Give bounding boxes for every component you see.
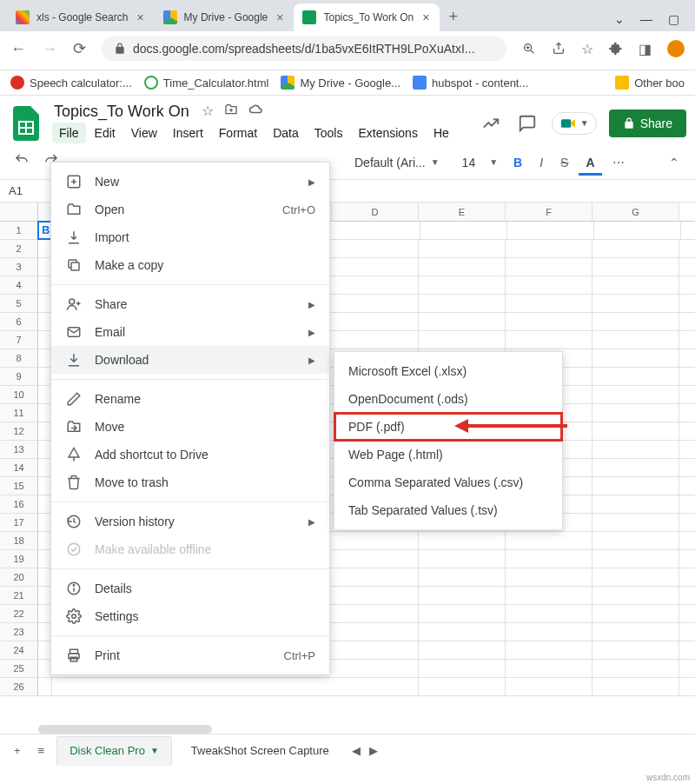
cell[interactable] [420,222,507,239]
row-header[interactable]: 16 [0,495,38,513]
zoom-icon[interactable] [522,42,536,56]
cell[interactable] [419,568,506,586]
more-button[interactable]: ⋯ [606,152,632,173]
cell[interactable] [592,386,679,403]
menu-item-move[interactable]: Move [51,413,329,441]
cell[interactable] [419,295,506,312]
italic-button[interactable]: I [533,152,550,173]
row-header[interactable]: 14 [0,459,38,476]
cell[interactable] [592,568,679,586]
cell[interactable] [506,550,592,568]
row-header[interactable]: 26 [0,678,38,695]
cell[interactable] [334,222,420,239]
menu-item-move-to-trash[interactable]: Move to trash [51,468,329,496]
cell[interactable] [419,550,506,568]
cell[interactable] [592,422,679,440]
close-icon[interactable]: × [275,10,285,24]
cell[interactable] [506,240,592,257]
new-tab-button[interactable]: + [440,3,467,31]
cell[interactable] [419,331,506,349]
cell[interactable] [506,623,592,641]
back-button[interactable]: ← [10,40,26,58]
horizontal-scrollbar[interactable] [38,725,212,734]
cell[interactable] [332,587,419,604]
row-header[interactable]: 22 [0,605,38,622]
cell[interactable] [506,605,592,622]
cell[interactable] [419,240,506,257]
menu-item-open[interactable]: OpenCtrl+O [51,196,329,223]
menu-item-email[interactable]: Email▶ [51,318,329,346]
close-icon[interactable]: × [420,10,431,24]
sheet-next-button[interactable]: ▶ [369,744,378,757]
cell[interactable] [592,587,679,604]
cell[interactable] [592,459,679,476]
row-header[interactable]: 5 [0,295,38,312]
cell[interactable] [592,331,679,349]
cell[interactable] [592,240,679,257]
cell[interactable] [592,495,679,513]
row-header[interactable]: 18 [0,532,38,549]
undo-button[interactable] [9,151,35,174]
menu-item-print[interactable]: PrintCtrl+P [51,641,329,669]
cell[interactable] [332,240,419,257]
menu-file[interactable]: File [52,123,86,143]
cell[interactable] [506,660,592,677]
submenu-item-ods[interactable]: OpenDocument (.ods) [334,385,562,413]
cell[interactable] [332,605,419,622]
cell[interactable] [419,276,506,294]
cell[interactable] [592,532,679,549]
row-header[interactable]: 19 [0,550,38,568]
submenu-item-html[interactable]: Web Page (.html) [334,441,562,468]
share-button[interactable]: Share [609,110,686,137]
cell[interactable] [419,605,506,622]
browser-tab-active[interactable]: Topics_To Work On × [294,3,440,31]
row-header[interactable]: 12 [0,422,38,440]
cell[interactable] [332,295,419,312]
row-header[interactable]: 17 [0,514,38,531]
menu-item-version-history[interactable]: Version history▶ [51,508,329,535]
sheet-tab-active[interactable]: Disk Clean Pro ▼ [56,736,172,766]
menu-tools[interactable]: Tools [308,123,350,143]
column-header[interactable]: G [592,203,679,221]
menu-item-details[interactable]: Details [51,575,329,602]
row-header[interactable]: 1 [0,222,38,239]
menu-item-make-a-copy[interactable]: Make a copy [51,251,329,279]
row-header[interactable]: 24 [0,641,38,659]
cell[interactable] [38,678,52,695]
text-color-button[interactable]: A [579,152,601,176]
row-header[interactable]: 2 [0,240,38,257]
menu-edit[interactable]: Edit [88,123,122,143]
bookmark[interactable]: Time_Calculator.html [144,76,269,90]
cell[interactable] [592,678,679,695]
cell[interactable] [592,258,679,276]
chevron-down-icon[interactable]: ▼ [150,746,159,755]
select-all-corner[interactable] [0,203,38,221]
row-header[interactable]: 25 [0,660,38,677]
row-header[interactable]: 15 [0,477,38,495]
cell[interactable] [332,313,419,330]
row-header[interactable]: 7 [0,331,38,349]
cell[interactable] [419,623,506,641]
cell[interactable] [592,441,679,458]
cell[interactable] [332,641,419,659]
cell[interactable] [592,404,679,422]
column-header[interactable]: F [506,203,592,221]
star-icon[interactable]: ☆ [581,41,593,57]
extensions-icon[interactable] [609,42,623,56]
cell[interactable] [506,313,592,330]
cell[interactable] [592,623,679,641]
comments-icon[interactable] [515,111,539,136]
cell[interactable] [332,678,419,695]
menu-item-settings[interactable]: Settings [51,602,329,630]
cell[interactable] [506,331,592,349]
row-header[interactable]: 20 [0,568,38,586]
cell[interactable] [592,550,679,568]
minimize-icon[interactable]: — [640,12,652,26]
cell[interactable] [419,258,506,276]
row-header[interactable]: 4 [0,276,38,294]
row-header[interactable]: 11 [0,404,38,422]
cell-reference[interactable]: A1 [9,184,43,197]
cloud-icon[interactable] [248,103,264,119]
cell[interactable] [332,550,419,568]
all-sheets-button[interactable]: ≡ [33,739,50,762]
